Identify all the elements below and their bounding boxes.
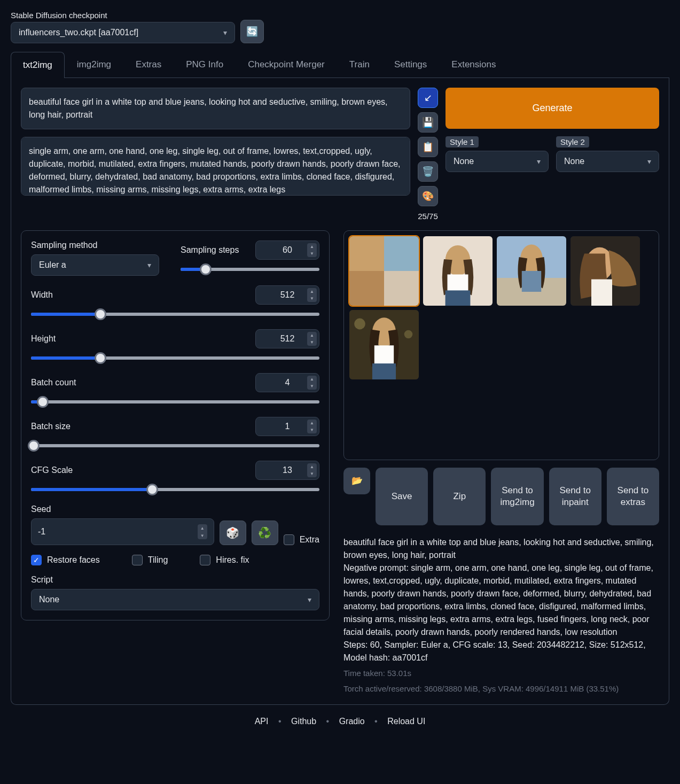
chevron-down-icon: ▾: [223, 28, 227, 37]
spinner-icon[interactable]: ▲▼: [307, 376, 317, 390]
svg-rect-3: [384, 271, 419, 306]
svg-rect-0: [349, 236, 384, 271]
tab-txt2img[interactable]: txt2img: [11, 52, 65, 78]
gallery-thumb[interactable]: [423, 236, 493, 306]
footer-reload-link[interactable]: Reload UI: [387, 717, 425, 726]
style-apply-button[interactable]: 🎨: [418, 186, 438, 206]
hires-fix-checkbox[interactable]: Hires. fix: [200, 555, 249, 565]
svg-rect-11: [522, 271, 541, 292]
chevron-down-icon: ▾: [308, 595, 311, 604]
height-slider[interactable]: [31, 353, 319, 363]
negative-prompt-input[interactable]: [21, 137, 410, 196]
batch-size-label: Batch size: [31, 422, 71, 431]
batch-count-label: Batch count: [31, 378, 76, 387]
style1-label: Style 1: [445, 136, 479, 148]
svg-rect-14: [591, 280, 612, 306]
tab-bar: txt2img img2img Extras PNG Info Checkpoi…: [11, 51, 669, 78]
save-button[interactable]: Save: [376, 468, 428, 525]
footer-github-link[interactable]: Github: [291, 717, 316, 726]
footer-gradio-link[interactable]: Gradio: [339, 717, 365, 726]
spinner-icon[interactable]: ▲▼: [307, 420, 317, 433]
svg-rect-6: [448, 275, 468, 292]
checkbox-icon: [284, 534, 294, 545]
save-prompt-button[interactable]: 💾: [418, 112, 438, 133]
script-value: None: [39, 595, 59, 604]
batch-count-slider[interactable]: [31, 397, 319, 407]
tab-pnginfo[interactable]: PNG Info: [174, 51, 236, 77]
tab-settings[interactable]: Settings: [382, 51, 439, 77]
style2-dropdown[interactable]: None ▾: [556, 151, 659, 172]
paste-button[interactable]: 📋: [418, 137, 438, 157]
style1-dropdown[interactable]: None ▾: [445, 151, 549, 172]
spinner-icon[interactable]: ▲▼: [307, 463, 317, 477]
clipboard-icon: 📋: [422, 141, 434, 153]
send-to-extras-button[interactable]: Send to extras: [607, 468, 659, 525]
svg-rect-20: [372, 363, 396, 379]
sampling-method-label: Sampling method: [31, 240, 159, 250]
info-time: Time taken: 53.01s: [343, 667, 659, 680]
gallery-thumb[interactable]: [570, 236, 640, 306]
tiling-checkbox[interactable]: Tiling: [132, 555, 168, 565]
refresh-checkpoint-button[interactable]: 🔄: [240, 20, 264, 43]
send-to-img2img-button[interactable]: Send to img2img: [491, 468, 543, 525]
random-seed-button[interactable]: 🎲: [220, 521, 246, 545]
checkbox-icon: [200, 555, 210, 565]
style2-value: None: [564, 157, 584, 166]
tab-checkpoint-merger[interactable]: Checkpoint Merger: [236, 51, 337, 77]
cfg-scale-input[interactable]: 13▲▼: [255, 461, 319, 480]
seed-input[interactable]: -1 ▲▼: [31, 518, 214, 545]
svg-point-17: [404, 330, 413, 339]
width-slider[interactable]: [31, 309, 319, 320]
gallery-thumb[interactable]: [497, 236, 566, 306]
checkbox-checked-icon: ✓: [31, 555, 42, 565]
height-input[interactable]: 512▲▼: [255, 329, 319, 348]
palette-icon: 🎨: [422, 190, 434, 202]
interrogate-button[interactable]: ↙: [418, 88, 438, 108]
chevron-down-icon: ▾: [537, 157, 541, 166]
info-params: Steps: 60, Sampler: Euler a, CFG scale: …: [343, 639, 659, 664]
send-to-inpaint-button[interactable]: Send to inpaint: [549, 468, 601, 525]
recycle-icon: ♻️: [258, 526, 271, 539]
token-counter: 25/75: [418, 212, 438, 221]
cfg-scale-slider[interactable]: [31, 484, 319, 495]
checkpoint-dropdown[interactable]: influencers_two.ckpt [aa7001cf] ▾: [11, 22, 235, 43]
prompt-input[interactable]: [21, 88, 410, 129]
tab-train[interactable]: Train: [337, 51, 382, 77]
script-label: Script: [31, 575, 319, 585]
sampling-method-value: Euler a: [39, 260, 66, 270]
sampling-steps-slider[interactable]: [181, 264, 319, 275]
spinner-icon[interactable]: ▲▼: [198, 524, 207, 539]
width-label: Width: [31, 290, 53, 300]
gallery-thumb[interactable]: [349, 310, 419, 379]
checkpoint-label: Stable Diffusion checkpoint: [11, 11, 235, 20]
sampling-steps-input[interactable]: 60▲▼: [255, 240, 319, 260]
spinner-icon[interactable]: ▲▼: [307, 288, 317, 302]
tab-extras[interactable]: Extras: [123, 51, 174, 77]
restore-faces-checkbox[interactable]: ✓ Restore faces: [31, 555, 100, 565]
zip-button[interactable]: Zip: [433, 468, 486, 525]
dice-icon: 🎲: [226, 526, 239, 539]
width-input[interactable]: 512▲▼: [255, 285, 319, 305]
gallery-thumb-grid[interactable]: [349, 236, 419, 306]
refresh-icon: 🔄: [246, 26, 258, 37]
spinner-icon[interactable]: ▲▼: [307, 243, 317, 257]
folder-icon: 📂: [351, 475, 363, 487]
batch-size-input[interactable]: 1▲▼: [255, 417, 319, 436]
spinner-icon[interactable]: ▲▼: [307, 332, 317, 346]
footer-api-link[interactable]: API: [255, 717, 269, 726]
script-dropdown[interactable]: None ▾: [31, 589, 319, 610]
batch-size-slider[interactable]: [31, 440, 319, 451]
chevron-down-icon: ▾: [147, 261, 151, 269]
generate-button[interactable]: Generate: [445, 88, 659, 129]
tab-img2img[interactable]: img2img: [65, 51, 123, 77]
reuse-seed-button[interactable]: ♻️: [252, 521, 278, 545]
checkpoint-value: influencers_two.ckpt [aa7001cf]: [19, 28, 138, 37]
sampling-steps-label: Sampling steps: [181, 245, 239, 255]
open-folder-button[interactable]: 📂: [343, 468, 370, 494]
batch-count-input[interactable]: 4▲▼: [255, 373, 319, 392]
extra-seed-checkbox[interactable]: Extra: [284, 534, 319, 545]
style1-value: None: [454, 157, 474, 166]
clear-prompt-button[interactable]: 🗑️: [418, 161, 438, 182]
tab-extensions[interactable]: Extensions: [439, 51, 508, 77]
sampling-method-dropdown[interactable]: Euler a ▾: [31, 254, 159, 276]
